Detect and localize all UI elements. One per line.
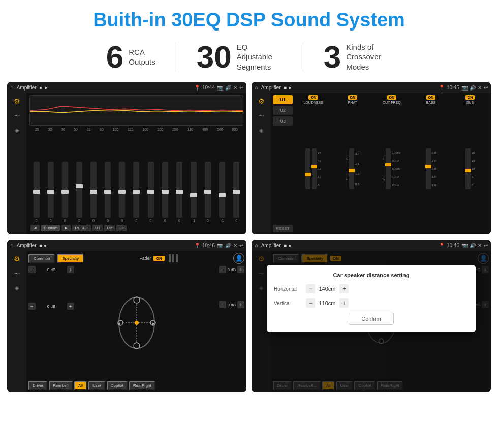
cross-filter-icon[interactable]: ⚙ (258, 97, 265, 105)
fader-rl-minus[interactable]: − (28, 303, 36, 310)
eq-play-btn[interactable]: ► (61, 225, 71, 231)
cross-cutfreq-on[interactable]: ON (387, 95, 397, 100)
dist-home-icon[interactable]: ⌂ (255, 242, 258, 248)
eq-home-icon[interactable]: ⌂ (10, 84, 14, 91)
eq-slider-track-4[interactable] (90, 162, 97, 218)
fader-home-icon[interactable]: ⌂ (10, 242, 14, 248)
cross-reset-btn[interactable]: RESET (273, 225, 293, 232)
cross-phat-slider[interactable] (349, 148, 354, 189)
cross-u1-btn[interactable]: U1 (273, 95, 293, 104)
eq-slider-track-10[interactable] (176, 162, 182, 218)
cross-cutfreq-thumb[interactable] (385, 163, 391, 166)
eq-thumb-10[interactable] (176, 190, 183, 194)
cross-bass-slider[interactable] (426, 148, 431, 189)
cross-home-icon[interactable]: ⌂ (255, 84, 258, 91)
eq-thumb-2[interactable] (61, 190, 69, 194)
eq-slider-track-5[interactable] (105, 162, 111, 218)
fader-rr-plus[interactable]: + (237, 301, 244, 308)
eq-filter-icon[interactable]: ⚙ (14, 97, 20, 105)
eq-thumb-8[interactable] (147, 190, 154, 194)
fader-rear-right-btn[interactable]: RearRight (129, 381, 155, 390)
eq-u1-btn[interactable]: U1 (92, 225, 103, 231)
dist-vertical-minus[interactable]: − (306, 298, 315, 308)
cross-bass-nums: 3.0 2.5 2.0 1.5 1.0 (432, 148, 436, 189)
eq-slider-track-8[interactable] (148, 162, 154, 218)
eq-slider-track-14[interactable] (233, 162, 239, 218)
fader-filter-icon[interactable]: ⚙ (14, 255, 20, 263)
cross-loudness-thumb1[interactable] (305, 173, 311, 176)
eq-wave-icon[interactable]: 〜 (14, 112, 20, 120)
fader-on-badge[interactable]: ON (153, 256, 165, 261)
eq-slider-track-13[interactable] (219, 162, 225, 218)
cross-bass-on[interactable]: ON (426, 95, 436, 100)
eq-slider-track-7[interactable] (133, 162, 139, 218)
eq-thumb-4[interactable] (90, 190, 97, 194)
fader-all-btn[interactable]: All (74, 381, 87, 390)
cross-loudness-slider1[interactable] (305, 148, 310, 189)
cross-phat-on[interactable]: ON (348, 95, 358, 100)
eq-slider-track-11[interactable] (191, 162, 197, 218)
fader-rear-left-btn[interactable]: RearLeft (49, 381, 73, 390)
eq-thumb-5[interactable] (104, 190, 111, 194)
fader-wave-icon[interactable]: 〜 (14, 270, 20, 278)
eq-thumb-13[interactable] (219, 193, 226, 197)
eq-slider-track-9[interactable] (162, 162, 168, 218)
fader-driver-btn[interactable]: Driver (28, 381, 47, 390)
distance-confirm-button[interactable]: Confirm (349, 313, 394, 325)
eq-slider-track-0[interactable] (34, 162, 40, 218)
dist-back-icon[interactable]: ↩ (484, 243, 488, 248)
eq-slider-track-2[interactable] (62, 162, 68, 218)
eq-topbar: ⌂ Amplifier ● ► 📍 10:44 📷 🔊 ✕ ↩ (7, 82, 246, 93)
cross-loudness-on[interactable]: ON (308, 95, 318, 100)
eq-thumb-14[interactable] (233, 190, 240, 194)
eq-prev-btn[interactable]: ◄ (30, 225, 40, 231)
cross-loudness-thumb2[interactable] (311, 165, 317, 168)
eq-slider-track-6[interactable] (119, 162, 125, 218)
fader-fr-minus[interactable]: − (219, 266, 226, 273)
fader-back-icon[interactable]: ↩ (239, 243, 243, 248)
eq-thumb-11[interactable] (190, 193, 197, 197)
eq-thumb-9[interactable] (162, 190, 169, 194)
eq-slider-track-12[interactable] (205, 162, 211, 218)
cross-phat-thumb[interactable] (349, 169, 355, 172)
cross-back-icon[interactable]: ↩ (484, 85, 488, 91)
fader-specialty-tab[interactable]: Specialty (57, 254, 83, 263)
cross-loudness-slider2[interactable] (312, 148, 317, 189)
cross-sub-on[interactable]: ON (465, 95, 475, 100)
fader-user-btn[interactable]: User (88, 381, 105, 390)
dist-horizontal-plus[interactable]: + (339, 284, 349, 293)
eq-back-icon[interactable]: ↩ (239, 85, 243, 91)
fader-rr-minus[interactable]: − (219, 301, 226, 308)
cross-wave-icon[interactable]: 〜 (259, 112, 264, 120)
fader-speaker-icon[interactable]: ◈ (15, 285, 19, 291)
eq-slider-track-1[interactable] (48, 162, 54, 218)
eq-custom-btn[interactable]: Custom (41, 225, 60, 231)
cross-cutfreq-slider[interactable] (386, 148, 391, 189)
cross-sub-slider[interactable] (465, 148, 471, 189)
fader-fr-plus[interactable]: + (237, 266, 244, 273)
eq-slider-track-3[interactable] (76, 162, 82, 218)
cross-u2-btn[interactable]: U2 (273, 106, 293, 115)
eq-reset-btn[interactable]: RESET (72, 225, 91, 231)
dist-horizontal-minus[interactable]: − (306, 284, 315, 293)
fader-common-tab[interactable]: Common (28, 254, 55, 263)
fader-copilot-btn[interactable]: Copilot (107, 381, 128, 390)
fader-fl-plus[interactable]: + (67, 266, 74, 273)
fader-fl-minus[interactable]: − (28, 266, 36, 273)
eq-u3-btn[interactable]: U3 (116, 225, 127, 231)
eq-thumb-3[interactable] (76, 184, 83, 188)
eq-thumb-12[interactable] (204, 190, 211, 194)
eq-u2-btn[interactable]: U2 (104, 225, 114, 231)
cross-sub-thumb[interactable] (465, 169, 471, 172)
fader-avatar-icon[interactable]: 👤 (233, 253, 244, 264)
dist-vertical-plus[interactable]: + (339, 298, 349, 308)
eq-thumb-0[interactable] (33, 190, 40, 194)
fader-rl-plus[interactable]: + (67, 303, 74, 310)
cross-u3-btn[interactable]: U3 (273, 116, 293, 126)
eq-speaker-icon[interactable]: ◈ (15, 127, 19, 134)
eq-thumb-7[interactable] (133, 190, 140, 194)
cross-bass-thumb[interactable] (425, 165, 431, 168)
eq-thumb-6[interactable] (118, 190, 126, 194)
cross-speaker-icon[interactable]: ◈ (259, 127, 263, 134)
eq-thumb-1[interactable] (47, 190, 54, 194)
